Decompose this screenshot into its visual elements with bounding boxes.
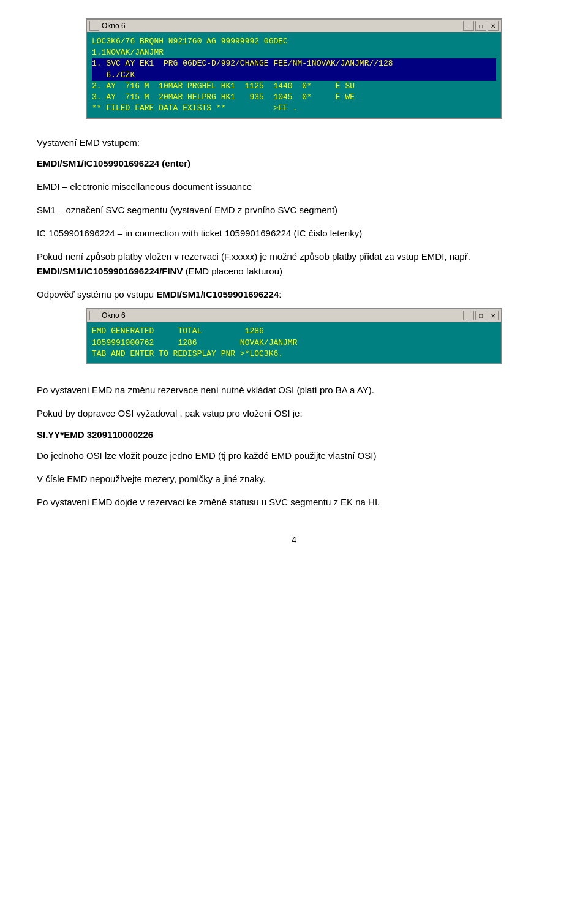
terminal-line-2-0: EMD GENERATED TOTAL 1286 [92,326,496,337]
sm1-desc-text: SM1 – označení SVC segmentu (vystavení E… [37,205,337,215]
finv-command: EMDI/SM1/IC1059901696224/FINV [37,266,183,276]
close-button-1[interactable]: ✕ [488,21,499,31]
jedno-osi-paragraph: Do jednoho OSI lze vložit pouze jedno EM… [37,448,551,463]
terminal-line-1-4: 2. AY 716 M 10MAR PRGHEL HK1 1125 1440 0… [92,81,496,92]
terminal-2: Okno 6 _ □ ✕ EMD GENERATED TOTAL 1286 10… [86,308,502,364]
minimize-button-1[interactable]: _ [463,21,474,31]
ic-explanation: IC 1059901696224 – in connection with ti… [37,226,551,241]
page-number: 4 [37,534,551,545]
terminal-buttons-1: _ □ ✕ [463,21,499,31]
terminal-icon-2 [89,311,99,320]
terminal-titlebar-1: Okno 6 _ □ ✕ [87,20,501,32]
terminal-line-1-6: ** FILED FARE DATA EXISTS ** >FF . [92,103,496,114]
sm1-explanation: SM1 – označení SVC segmentu (vystavení E… [37,203,551,217]
minimize-button-2[interactable]: _ [463,311,474,320]
pokud-explanation: Pokud není způsob platby vložen v rezerv… [37,249,551,279]
terminal-window-1: Okno 6 _ □ ✕ LOC3K6/76 BRQNH N921760 AG … [37,18,551,119]
po-vystaveni-text: Po vystavení EMD na změnu rezervace není… [37,385,374,395]
pokud-osi-paragraph: Pokud by dopravce OSI vyžadoval , pak vs… [37,406,551,421]
content-area: Vystavení EMD vstupem: EMDI/SM1/IC105990… [37,137,551,510]
terminal-buttons-2: _ □ ✕ [463,311,499,320]
command-text: EMDI/SM1/IC1059901696224 (enter) [37,158,190,168]
cislo-emd-paragraph: V čísle EMD nepoužívejte mezery, pomlčky… [37,472,551,486]
pokud-osi-text: Pokud by dopravce OSI vyžadoval , pak vs… [37,408,303,418]
final-paragraph: Po vystavení EMD dojde v rezervaci ke zm… [37,495,551,510]
section-title-text: Vystavení EMD vstupem: [37,137,140,148]
terminal-title-left-2: Okno 6 [89,311,126,320]
si-line-text: SI.YY*EMD 3209110000226 [37,429,153,440]
terminal-line-2-2: TAB AND ENTER TO REDISPLAY PNR >*LOC3K6. [92,349,496,360]
terminal-body-2: EMD GENERATED TOTAL 1286 1059991000762 1… [87,322,501,363]
si-line: SI.YY*EMD 3209110000226 [37,429,551,440]
terminal-icon-1 [89,21,99,31]
command-paragraph: EMDI/SM1/IC1059901696224 (enter) [37,156,551,171]
terminal-body-1: LOC3K6/76 BRQNH N921760 AG 99999992 06DE… [87,32,501,118]
terminal-line-1-1: 1.1NOVAK/JANJMR [92,47,496,58]
section-title: Vystavení EMD vstupem: [37,137,551,148]
pokud-desc-text: Pokud není způsob platby vložen v rezerv… [37,251,470,276]
terminal-line-1-3: 6./CZK [92,70,496,81]
maximize-button-1[interactable]: □ [475,21,486,31]
response-command: EMDI/SM1/IC1059901696224 [156,289,279,300]
maximize-button-2[interactable]: □ [475,311,486,320]
terminal-window-2: Okno 6 _ □ ✕ EMD GENERATED TOTAL 1286 10… [37,308,551,364]
terminal-line-1-2: 1. SVC AY EK1 PRG 06DEC-D/992/CHANGE FEE… [92,58,496,69]
final-text: Po vystavení EMD dojde v rezervaci ke zm… [37,497,380,507]
terminal-title-text-2: Okno 6 [102,311,126,320]
terminal-1: Okno 6 _ □ ✕ LOC3K6/76 BRQNH N921760 AG … [86,18,502,119]
close-button-2[interactable]: ✕ [488,311,499,320]
terminal-titlebar-2: Okno 6 _ □ ✕ [87,309,501,322]
emdi-explanation: EMDI – electronic miscellaneous document… [37,179,551,194]
terminal-line-1-0: LOC3K6/76 BRQNH N921760 AG 99999992 06DE… [92,36,496,47]
cislo-emd-text: V čísle EMD nepoužívejte mezery, pomlčky… [37,474,266,484]
po-vystaveni-paragraph: Po vystavení EMD na změnu rezervace není… [37,383,551,398]
terminal-title-left-1: Okno 6 [89,21,126,31]
jedno-osi-text: Do jednoho OSI lze vložit pouze jedno EM… [37,450,376,461]
terminal-line-2-1: 1059991000762 1286 NOVAK/JANJMR [92,338,496,349]
page-number-text: 4 [292,534,296,545]
response-label: Odpověď systému po vstupu EMDI/SM1/IC105… [37,287,551,302]
terminal-line-1-5: 3. AY 715 M 20MAR HELPRG HK1 935 1045 0*… [92,92,496,103]
terminal-title-text-1: Okno 6 [102,21,126,30]
emdi-desc-text: EMDI – electronic miscellaneous document… [37,181,252,192]
ic-desc-text: IC 1059901696224 – in connection with ti… [37,228,362,238]
